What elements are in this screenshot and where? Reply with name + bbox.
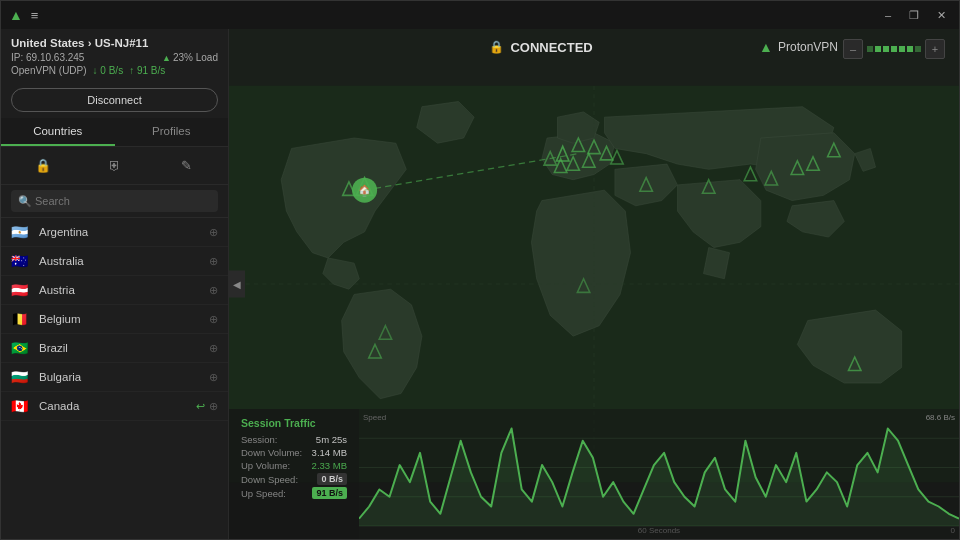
filter-icons-bar: 🔒 ⛨ ✎ — [1, 147, 228, 185]
connection-protocol-row: OpenVPN (UDP) ↓ 0 B/s ↑ 91 B/s — [11, 65, 218, 76]
search-input[interactable] — [11, 190, 218, 212]
session-label: Session: — [241, 434, 277, 445]
tab-countries[interactable]: Countries — [1, 118, 115, 146]
connected-badge: 🔒 CONNECTED — [489, 40, 592, 55]
close-button[interactable]: ✕ — [932, 7, 951, 24]
tab-profiles[interactable]: Profiles — [115, 118, 229, 146]
down-speed-label: Down Speed: — [241, 474, 298, 485]
up-volume-value: 2.33 MB — [312, 460, 347, 471]
speed-scale-minus[interactable]: – — [843, 39, 863, 59]
country-expand-icon: ⊕ — [209, 371, 218, 384]
chart-max-label: 68.6 B/s — [926, 413, 955, 422]
collapse-panel-button[interactable]: ◀ — [229, 271, 245, 298]
up-volume-label: Up Volume: — [241, 460, 290, 471]
country-item[interactable]: 🇧🇪 Belgium ⊕ — [1, 305, 228, 334]
country-item[interactable]: 🇧🇬 Bulgaria ⊕ — [1, 363, 228, 392]
filter-edit-button[interactable]: ✎ — [154, 153, 218, 178]
load-arrow-icon: ▲ — [162, 53, 171, 63]
titlebar-left: ▲ ≡ — [9, 7, 38, 23]
country-name: Canada — [39, 400, 196, 412]
up-speed-value: 91 B/s — [312, 487, 347, 499]
country-special-icon: ↩ — [196, 400, 205, 413]
down-volume-row: Down Volume: 3.14 MB — [241, 447, 347, 458]
country-item[interactable]: 🇦🇷 Argentina ⊕ — [1, 218, 228, 247]
app-logo-icon: ▲ — [9, 7, 23, 23]
up-speed-label: Up Speed: — [241, 488, 286, 499]
filter-secure-button[interactable]: ⛨ — [83, 153, 147, 178]
country-name: Belgium — [39, 313, 209, 325]
proton-shield-icon: ▲ — [759, 39, 773, 55]
chart-svg — [359, 409, 959, 539]
speed-dot-4 — [891, 46, 897, 52]
speed-scale-control: – + — [843, 39, 945, 59]
chart-zero-label: 0 — [951, 526, 955, 535]
country-name: Austria — [39, 284, 209, 296]
country-flag: 🇧🇬 — [11, 370, 31, 384]
session-value: 5m 25s — [316, 434, 347, 445]
filter-all-button[interactable]: 🔒 — [11, 153, 75, 178]
speed-dot-6 — [907, 46, 913, 52]
protonvpn-logo: ▲ ProtonVPN – + — [759, 35, 945, 59]
speed-dot-5 — [899, 46, 905, 52]
country-name: Brazil — [39, 342, 209, 354]
traffic-info: Session Traffic Session: 5m 25s Down Vol… — [229, 409, 359, 539]
country-expand-icon: ⊕ — [209, 255, 218, 268]
country-flag: 🇦🇺 — [11, 254, 31, 268]
connection-load: ▲ 23% Load — [162, 52, 218, 63]
shield-filter-icon: ⛨ — [108, 158, 121, 173]
down-volume-label: Down Volume: — [241, 447, 302, 458]
up-volume-row: Up Volume: 2.33 MB — [241, 460, 347, 471]
country-expand-icon: ⊕ — [209, 342, 218, 355]
country-name: Australia — [39, 255, 209, 267]
protocol-text: OpenVPN (UDP) — [11, 65, 87, 76]
country-flag: 🇦🇷 — [11, 225, 31, 239]
speed-dot-1 — [867, 46, 873, 52]
app-window: ▲ ≡ – ❐ ✕ United States › US-NJ#11 IP: 6… — [0, 0, 960, 540]
connection-speeds: ↓ 0 B/s ↑ 91 B/s — [93, 65, 166, 76]
speed-dot-3 — [883, 46, 889, 52]
connected-label: CONNECTED — [510, 40, 592, 55]
minimize-button[interactable]: – — [880, 7, 896, 24]
chart-speed-label: Speed — [363, 413, 386, 422]
search-wrapper: 🔍 — [11, 190, 218, 212]
chart-seconds-label: 60 Seconds — [638, 526, 680, 535]
country-name: Bulgaria — [39, 371, 209, 383]
country-item[interactable]: 🇦🇺 Australia ⊕ — [1, 247, 228, 276]
country-item[interactable]: 🇨🇦 Canada ↩ ⊕ — [1, 392, 228, 421]
titlebar: ▲ ≡ – ❐ ✕ — [1, 1, 959, 29]
maximize-button[interactable]: ❐ — [904, 7, 924, 24]
disconnect-button[interactable]: Disconnect — [11, 88, 218, 112]
country-flag: 🇨🇦 — [11, 399, 31, 413]
search-box: 🔍 — [1, 185, 228, 218]
connection-title: United States › US-NJ#11 — [11, 37, 218, 49]
speed-scale-plus[interactable]: + — [925, 39, 945, 59]
main-content: United States › US-NJ#11 IP: 69.10.63.24… — [1, 29, 959, 539]
right-panel: ◀ 🔒 CONNECTED ▲ ProtonVPN – — [229, 29, 959, 539]
country-list: 🇦🇷 Argentina ⊕ 🇦🇺 Australia ⊕ 🇦🇹 Austria… — [1, 218, 228, 539]
edit-filter-icon: ✎ — [181, 158, 192, 173]
speed-dot-7 — [915, 46, 921, 52]
country-item[interactable]: 🇦🇹 Austria ⊕ — [1, 276, 228, 305]
up-speed-row: Up Speed: 91 B/s — [241, 487, 347, 499]
left-panel: United States › US-NJ#11 IP: 69.10.63.24… — [1, 29, 229, 539]
country-flag: 🇧🇪 — [11, 312, 31, 326]
down-speed-value: 0 B/s — [317, 473, 347, 485]
connection-ip: IP: 69.10.63.245 — [11, 52, 84, 63]
country-expand-icon: ⊕ — [209, 284, 218, 297]
country-flag: 🇧🇷 — [11, 341, 31, 355]
country-flag: 🇦🇹 — [11, 283, 31, 297]
download-speed: ↓ 0 B/s — [93, 65, 124, 76]
ip-address: 69.10.63.245 — [26, 52, 84, 63]
window-controls: – ❐ ✕ — [880, 7, 951, 24]
country-name: Argentina — [39, 226, 209, 238]
upload-speed: ↑ 91 B/s — [129, 65, 165, 76]
hamburger-menu-icon[interactable]: ≡ — [31, 8, 39, 23]
tab-bar: Countries Profiles — [1, 118, 228, 147]
search-icon: 🔍 — [18, 195, 32, 208]
country-item[interactable]: 🇧🇷 Brazil ⊕ — [1, 334, 228, 363]
protonvpn-label: ProtonVPN — [778, 40, 838, 54]
session-row: Session: 5m 25s — [241, 434, 347, 445]
lock-filter-icon: 🔒 — [35, 158, 51, 173]
speed-scale-dots — [867, 46, 921, 52]
speed-dot-2 — [875, 46, 881, 52]
